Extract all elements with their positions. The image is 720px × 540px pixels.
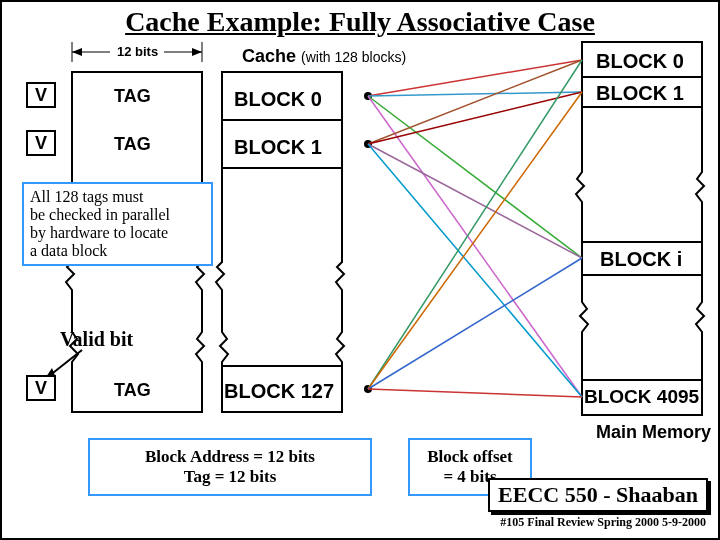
- block-address-line: Block Address = 12 bits: [90, 447, 370, 467]
- svg-line-21: [368, 60, 582, 144]
- tag-bits-line: Tag = 12 bits: [90, 467, 370, 487]
- tag-label-0: TAG: [114, 86, 151, 107]
- main-memory-label: Main Memory: [596, 422, 711, 443]
- mem-block-4095: BLOCK 4095: [584, 386, 699, 408]
- footer-meta: #105 Final Review Spring 2000 5-9-2000: [500, 515, 706, 530]
- cache-block-1: BLOCK 1: [234, 136, 322, 159]
- note-line-2: be checked in parallel: [30, 206, 205, 224]
- mem-block-i: BLOCK i: [600, 248, 682, 271]
- valid-bit-box-0: V: [26, 82, 56, 108]
- cache-header-suffix: (with 128 blocks): [301, 49, 406, 65]
- svg-line-27: [368, 258, 582, 389]
- slide: Cache Example: Fully Associative Case: [0, 0, 720, 540]
- cache-header-bold: Cache: [242, 46, 296, 66]
- note-line-3: by hardware to locate: [30, 224, 205, 242]
- cache-block-0: BLOCK 0: [234, 88, 322, 111]
- footer-course: EECC 550 - Shaaban: [498, 482, 698, 507]
- svg-line-25: [368, 60, 582, 389]
- note-line-4: a data block: [30, 242, 205, 260]
- parallel-check-note: All 128 tags must be checked in parallel…: [22, 182, 213, 266]
- footer-course-box: EECC 550 - Shaaban: [488, 478, 708, 512]
- svg-line-18: [368, 92, 582, 96]
- valid-bit-label: Valid bit: [60, 328, 133, 351]
- svg-marker-4: [72, 48, 82, 56]
- cache-block-127: BLOCK 127: [224, 380, 334, 403]
- mem-block-1: BLOCK 1: [596, 82, 684, 105]
- cache-header: Cache (with 128 blocks): [242, 46, 406, 67]
- valid-bit-box-127: V: [26, 375, 56, 401]
- bits-12-label: 12 bits: [117, 44, 158, 59]
- svg-marker-5: [192, 48, 202, 56]
- svg-line-24: [368, 144, 582, 397]
- block-address-box: Block Address = 12 bits Tag = 12 bits: [88, 438, 372, 496]
- tag-label-127: TAG: [114, 380, 151, 401]
- block-offset-l1: Block offset: [410, 447, 530, 467]
- svg-line-28: [368, 389, 582, 397]
- valid-bit-box-1: V: [26, 130, 56, 156]
- tag-label-1: TAG: [114, 134, 151, 155]
- svg-line-20: [368, 96, 582, 397]
- note-line-1: All 128 tags must: [30, 188, 205, 206]
- mem-block-0: BLOCK 0: [596, 50, 684, 73]
- svg-line-19: [368, 96, 582, 258]
